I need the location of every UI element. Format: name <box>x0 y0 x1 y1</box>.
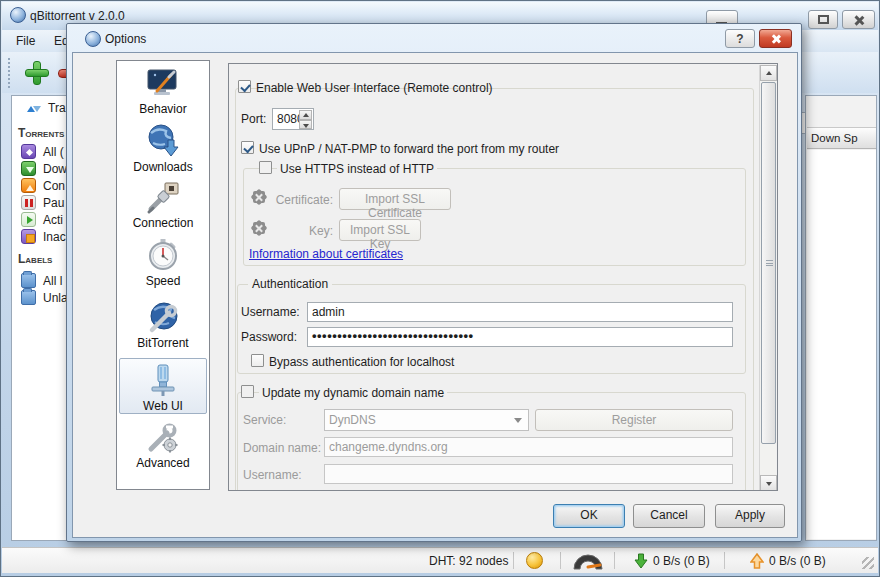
service-label: Service: <box>243 413 286 427</box>
webui-icon <box>145 362 181 398</box>
toolbar-drag-handle[interactable] <box>8 58 10 88</box>
main-window-title: qBittorrent v 2.0.0 <box>30 9 125 23</box>
settings-nav-list: Behavior Downloads Connection <box>116 60 210 490</box>
speed-icon <box>145 237 181 273</box>
status-bar: DHT: 92 nodes 0 B/s (0 B) 0 B/s (0 B) <box>2 547 878 573</box>
active-filter-icon <box>21 212 36 227</box>
certificate-status-icon <box>251 189 267 205</box>
webui-settings-panel: Enable Web User Interface (Remote contro… <box>228 63 778 491</box>
paused-filter-icon <box>21 195 36 210</box>
dyndns-checkbox[interactable] <box>241 385 254 398</box>
key-status-icon <box>251 220 267 236</box>
port-label: Port: <box>241 112 266 126</box>
connection-icon <box>145 179 181 215</box>
port-spinbox[interactable]: 8080 <box>272 108 314 130</box>
register-button[interactable]: Register <box>535 409 733 431</box>
https-checkbox[interactable] <box>259 161 272 174</box>
column-header-down-speed[interactable]: Down Sp <box>807 127 876 149</box>
downloads-icon <box>145 123 181 159</box>
enable-webui-checkbox[interactable] <box>238 80 251 93</box>
certificates-info-link[interactable]: Information about certificates <box>249 247 403 261</box>
username-label: Username: <box>241 305 300 319</box>
add-torrent-button[interactable] <box>24 60 50 86</box>
nav-item-downloads[interactable]: Downloads <box>119 123 207 177</box>
alt-speed-gauge-icon[interactable] <box>572 553 604 570</box>
bittorrent-icon <box>145 299 181 335</box>
spin-up-button[interactable] <box>299 110 312 120</box>
content-scrollbar[interactable] <box>759 65 776 491</box>
nav-item-connection[interactable]: Connection <box>119 179 207 233</box>
dialog-body: Behavior Downloads Connection <box>72 52 798 538</box>
close-window-button[interactable] <box>842 10 875 29</box>
inactive-filter-icon <box>21 229 36 244</box>
nav-item-webui[interactable]: Web UI <box>119 358 207 414</box>
labels-section-header: Labels <box>18 252 52 266</box>
torrents-section-header: Torrents <box>18 126 64 140</box>
options-dialog: Options ? Behavior Downloads <box>66 23 802 542</box>
download-speed-status: 0 B/s (0 B) <box>653 554 710 568</box>
all-filter-icon <box>21 144 36 159</box>
dialog-title: Options <box>105 32 146 46</box>
scroll-down-button[interactable] <box>760 475 777 491</box>
dyndns-username-label: Username: <box>243 468 302 482</box>
nav-label: Speed <box>119 274 207 288</box>
menu-file[interactable]: File <box>16 34 35 48</box>
torrent-table: Down Sp <box>805 95 877 541</box>
qbittorrent-logo-icon <box>10 7 26 23</box>
import-ssl-certificate-button[interactable]: Import SSL Certificate <box>339 188 451 210</box>
arrow-down-icon <box>303 124 309 128</box>
downloading-filter-icon <box>21 161 36 176</box>
nav-item-speed[interactable]: Speed <box>119 237 207 291</box>
nav-label: Connection <box>119 216 207 230</box>
dyndns-label: Update my dynamic domain name <box>259 386 447 400</box>
arrow-down-icon <box>766 482 772 486</box>
nav-item-bittorrent[interactable]: BitTorrent <box>119 299 207 353</box>
bypass-auth-checkbox[interactable] <box>251 354 264 367</box>
folder-icon <box>21 290 36 305</box>
service-value: DynDNS <box>329 413 376 427</box>
maximize-button[interactable] <box>808 10 838 29</box>
close-dialog-button[interactable] <box>759 29 792 48</box>
advanced-icon <box>145 419 181 455</box>
nav-label: Downloads <box>119 160 207 174</box>
transfers-icon <box>26 100 42 116</box>
upnp-checkbox[interactable] <box>241 141 254 154</box>
authentication-group-title: Authentication <box>248 277 332 291</box>
completed-filter-icon <box>21 178 36 193</box>
behavior-icon <box>145 65 181 101</box>
torrent-table-body[interactable] <box>807 150 876 539</box>
connection-status-icon[interactable] <box>526 552 543 569</box>
nav-label: Behavior <box>119 102 207 116</box>
key-label: Key: <box>269 224 333 238</box>
password-field[interactable]: •••••••••••••••••••••••••••••••• <box>307 327 733 347</box>
dyndns-username-field[interactable] <box>324 464 733 484</box>
upload-arrow-icon <box>750 553 764 569</box>
username-field[interactable]: admin <box>307 302 733 322</box>
maximize-icon <box>818 15 829 24</box>
domain-name-field[interactable]: changeme.dyndns.org <box>324 437 733 457</box>
dht-nodes-status: DHT: 92 nodes <box>429 554 508 568</box>
spin-down-button[interactable] <box>299 120 312 130</box>
nav-label: Advanced <box>119 456 207 470</box>
cancel-button[interactable]: Cancel <box>633 504 705 528</box>
ok-button[interactable]: OK <box>553 504 625 528</box>
arrow-up-icon <box>303 113 309 117</box>
folder-icon <box>21 273 36 288</box>
resize-grip[interactable] <box>862 557 874 569</box>
bypass-auth-label: Bypass authentication for localhost <box>269 355 454 369</box>
chevron-down-icon <box>514 418 522 423</box>
scrollbar-thumb[interactable] <box>761 82 776 444</box>
service-dropdown[interactable]: DynDNS <box>324 409 529 431</box>
import-ssl-key-button[interactable]: Import SSL Key <box>339 219 421 241</box>
upload-speed-status: 0 B/s (0 B) <box>769 554 826 568</box>
scroll-up-button[interactable] <box>760 65 777 81</box>
tab-transfers-label: Tra <box>48 101 66 115</box>
nav-item-behavior[interactable]: Behavior <box>119 65 207 119</box>
help-button[interactable]: ? <box>725 29 755 48</box>
apply-button[interactable]: Apply <box>715 504 785 528</box>
qbittorrent-logo-icon <box>85 31 101 47</box>
nav-label: BitTorrent <box>119 336 207 350</box>
arrow-up-icon <box>766 71 772 75</box>
nav-item-advanced[interactable]: Advanced <box>119 419 207 473</box>
enable-webui-label: Enable Web User Interface (Remote contro… <box>256 81 493 95</box>
